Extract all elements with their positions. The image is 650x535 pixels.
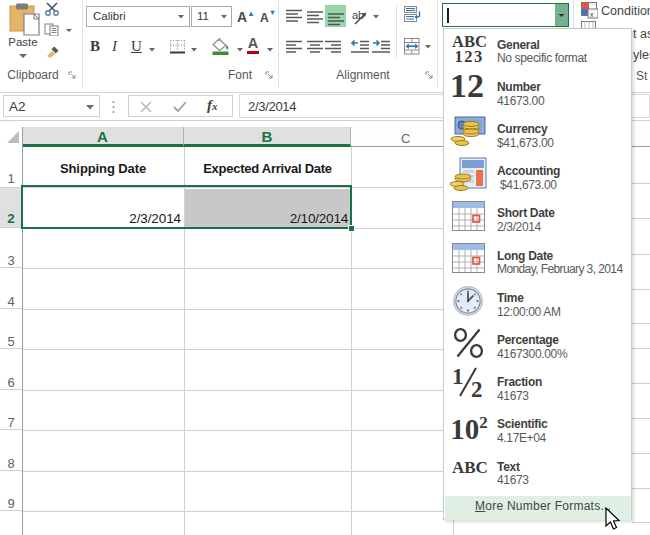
svg-text:x: x [590,11,594,18]
svg-text:2: 2 [471,377,483,397]
svg-text:1: 1 [452,367,464,389]
